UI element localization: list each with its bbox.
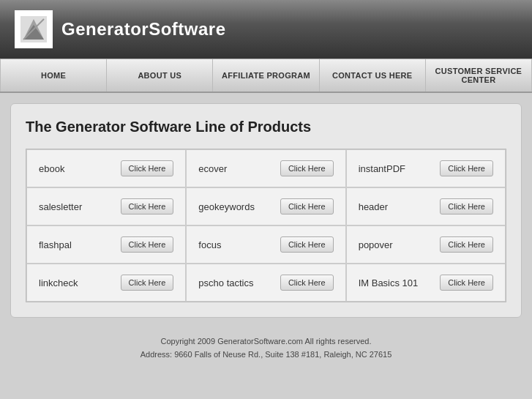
product-cell-ecover: ecover Click Here: [186, 149, 345, 187]
product-cell-focus: focus Click Here: [186, 225, 345, 264]
product-name-ebook: ebook: [39, 163, 64, 174]
click-btn-linkcheck[interactable]: Click Here: [121, 275, 174, 291]
page-title: The Generator Software Line of Products: [26, 119, 506, 135]
product-grid: ebook Click Here ecover Click Here insta…: [26, 149, 506, 302]
product-name-header: header: [359, 201, 388, 212]
click-btn-salesletter[interactable]: Click Here: [121, 198, 174, 215]
product-name-popover: popover: [359, 239, 393, 250]
click-btn-ebook[interactable]: Click Here: [121, 160, 174, 176]
product-name-im-basics-101: IM Basics 101: [359, 277, 419, 288]
product-cell-linkcheck: linkcheck Click Here: [26, 264, 186, 302]
site-header: GeneratorSoftware: [0, 0, 532, 59]
nav-contact[interactable]: CONTACT US HERE: [320, 59, 426, 92]
click-btn-focus[interactable]: Click Here: [280, 236, 334, 253]
main-nav: HOME ABOUT US AFFILIATE PROGRAM CONTACT …: [0, 59, 532, 93]
product-cell-pscho-tactics: pscho tactics Click Here: [186, 264, 345, 302]
site-logo-text: GeneratorSoftware: [61, 19, 226, 40]
product-name-pscho-tactics: pscho tactics: [198, 277, 253, 288]
nav-customer-service[interactable]: CUSTOMER SERVICE CENTER: [426, 59, 532, 92]
product-cell-header: header Click Here: [346, 187, 506, 225]
click-btn-popover[interactable]: Click Here: [440, 236, 493, 253]
nav-affiliate[interactable]: AFFILIATE PROGRAM: [213, 59, 319, 92]
product-name-focus: focus: [198, 239, 221, 250]
footer-line1: Copyright 2009 GeneratorSoftware.com All…: [7, 335, 525, 348]
click-btn-pscho-tactics[interactable]: Click Here: [280, 275, 334, 291]
nav-about[interactable]: ABOUT US: [107, 59, 213, 92]
click-btn-header[interactable]: Click Here: [440, 198, 493, 215]
product-cell-popover: popover Click Here: [346, 225, 506, 264]
main-content: The Generator Software Line of Products …: [10, 103, 522, 318]
product-name-ecover: ecover: [198, 163, 227, 174]
product-cell-instantpdf: instantPDF Click Here: [346, 149, 506, 187]
click-btn-ecover[interactable]: Click Here: [280, 160, 334, 176]
product-cell-salesletter: salesletter Click Here: [26, 187, 186, 225]
site-footer: Copyright 2009 GeneratorSoftware.com All…: [0, 328, 532, 368]
product-name-salesletter: salesletter: [39, 201, 82, 212]
product-name-linkcheck: linkcheck: [39, 277, 78, 288]
click-btn-flashpal[interactable]: Click Here: [121, 236, 174, 253]
product-cell-ebook: ebook Click Here: [26, 149, 186, 187]
product-name-flashpal: flashpal: [39, 239, 72, 250]
product-cell-geokeywords: geokeywords Click Here: [186, 187, 345, 225]
product-cell-im-basics-101: IM Basics 101 Click Here: [346, 264, 506, 302]
click-btn-geokeywords[interactable]: Click Here: [280, 198, 334, 215]
click-btn-instantpdf[interactable]: Click Here: [440, 160, 493, 176]
nav-home[interactable]: HOME: [0, 59, 107, 92]
product-cell-flashpal: flashpal Click Here: [26, 225, 186, 264]
logo-icon: [15, 10, 53, 48]
click-btn-im-basics-101[interactable]: Click Here: [440, 275, 493, 291]
product-name-instantpdf: instantPDF: [359, 163, 405, 174]
footer-line2: Address: 9660 Falls of Neuse Rd., Suite …: [7, 348, 525, 362]
product-name-geokeywords: geokeywords: [198, 201, 255, 212]
